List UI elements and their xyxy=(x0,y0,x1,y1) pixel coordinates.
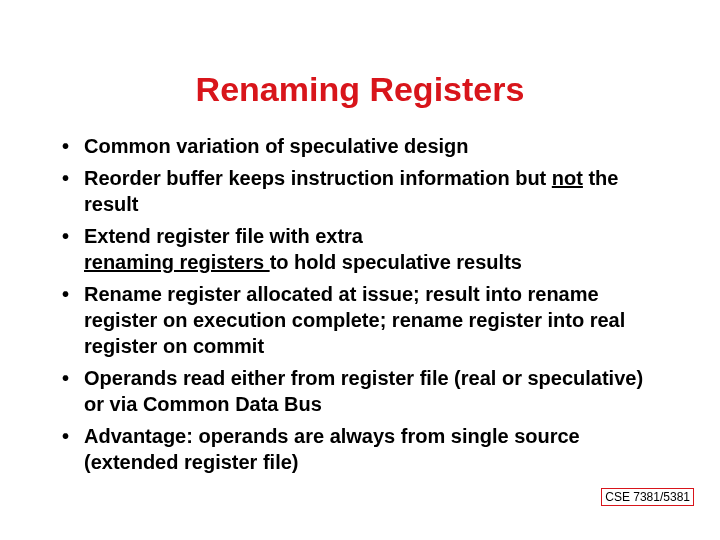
bullet-item: Rename register allocated at issue; resu… xyxy=(60,281,660,359)
bullet-underline: not xyxy=(552,167,583,189)
bullet-item: Common variation of speculative design xyxy=(60,133,660,159)
bullet-item: Operands read either from register file … xyxy=(60,365,660,417)
course-code-footer: CSE 7381/5381 xyxy=(601,488,694,506)
bullet-item: Extend register file with extra renaming… xyxy=(60,223,660,275)
bullet-list: Common variation of speculative design R… xyxy=(60,133,660,475)
bullet-item: Reorder buffer keeps instruction informa… xyxy=(60,165,660,217)
bullet-text: Reorder buffer keeps instruction informa… xyxy=(84,167,552,189)
bullet-item: Advantage: operands are always from sing… xyxy=(60,423,660,475)
slide: Renaming Registers Common variation of s… xyxy=(0,0,720,540)
bullet-text: Extend register file with extra xyxy=(84,225,363,247)
bullet-text: to hold speculative results xyxy=(270,251,522,273)
slide-title: Renaming Registers xyxy=(60,70,660,109)
bullet-underline: renaming registers xyxy=(84,251,270,273)
